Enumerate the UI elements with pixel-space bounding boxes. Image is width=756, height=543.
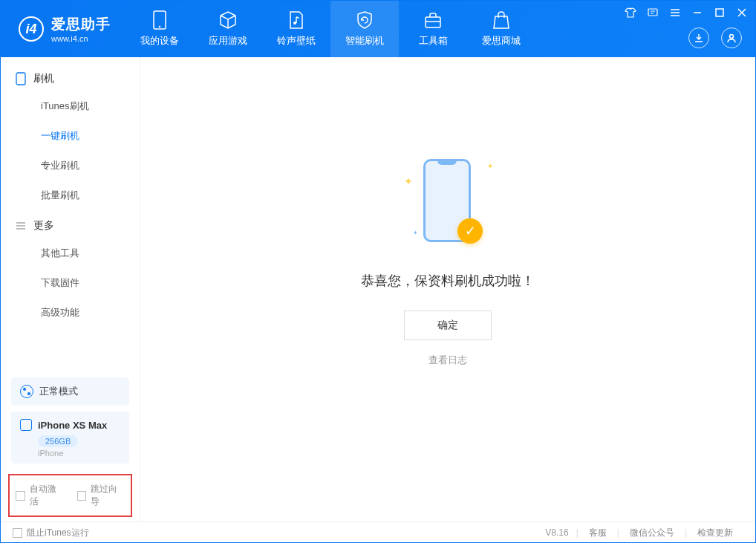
sparkle-icon: ✦	[413, 230, 418, 236]
svg-point-2	[293, 22, 296, 25]
sparkle-icon: ✦	[404, 175, 413, 187]
checkbox-icon	[77, 491, 87, 501]
device-box[interactable]: iPhone XS Max 256GB iPhone	[11, 412, 129, 464]
sidebar: 刷机 iTunes刷机 一键刷机 专业刷机 批量刷机 更多 其他工具 下载固件 …	[1, 57, 140, 521]
svg-rect-16	[16, 73, 25, 85]
checkbox-label: 自动激活	[30, 483, 64, 508]
sidebar-item-download-firmware[interactable]: 下载固件	[1, 268, 140, 298]
close-button[interactable]	[736, 7, 748, 19]
music-file-icon	[287, 10, 306, 30]
checkbox-block-itunes[interactable]: 阻止iTunes运行	[13, 527, 89, 539]
svg-point-1	[159, 26, 160, 27]
success-message: 恭喜您，保资料刷机成功啦！	[361, 272, 535, 290]
footer-link-update[interactable]: 检查更新	[687, 527, 743, 539]
nav-my-device[interactable]: 我的设备	[126, 1, 194, 57]
mode-label: 正常模式	[39, 385, 78, 398]
nav-store[interactable]: 爱思商城	[467, 1, 535, 57]
cube-icon	[218, 10, 238, 30]
svg-point-15	[730, 35, 734, 39]
feedback-icon[interactable]	[647, 7, 659, 19]
checkbox-icon	[13, 528, 22, 538]
tshirt-icon[interactable]	[625, 7, 636, 19]
logo-area: i4 爱思助手 www.i4.cn	[1, 15, 126, 43]
sidebar-item-itunes-flash[interactable]: iTunes刷机	[1, 91, 140, 121]
nav-tabs: 我的设备 应用游戏 铃声壁纸 智能刷机 工具箱 爱思商城	[126, 1, 535, 57]
device-type: iPhone	[38, 449, 120, 458]
sidebar-item-other-tools[interactable]: 其他工具	[1, 238, 140, 268]
sidebar-item-advanced[interactable]: 高级功能	[1, 298, 140, 328]
device-name: iPhone XS Max	[38, 420, 107, 431]
svg-rect-12	[716, 9, 723, 16]
sidebar-item-batch-flash[interactable]: 批量刷机	[1, 181, 140, 210]
nav-smart-flash[interactable]: 智能刷机	[330, 1, 399, 57]
svg-rect-3	[426, 17, 440, 27]
app-name: 爱思助手	[51, 15, 111, 34]
version-label: V8.16	[545, 527, 576, 538]
nav-label: 智能刷机	[345, 34, 384, 48]
device-storage-badge: 256GB	[38, 435, 78, 447]
app-url: www.i4.cn	[51, 34, 111, 43]
checkbox-icon	[16, 491, 25, 501]
download-icon[interactable]	[688, 27, 709, 48]
highlighted-checkbox-area: 自动激活 跳过向导	[8, 474, 132, 517]
user-icon[interactable]	[721, 27, 742, 48]
nav-label: 铃声壁纸	[277, 34, 316, 48]
nav-toolbox[interactable]: 工具箱	[399, 1, 467, 57]
sidebar-item-oneclick-flash[interactable]: 一键刷机	[1, 121, 140, 151]
sidebar-item-pro-flash[interactable]: 专业刷机	[1, 151, 140, 181]
nav-label: 应用游戏	[209, 34, 247, 48]
footer-link-wechat[interactable]: 微信公众号	[619, 527, 685, 539]
main-content: ✦ ✦ ✦ ✓ 恭喜您，保资料刷机成功啦！ 确定 查看日志	[140, 57, 755, 521]
bag-icon	[492, 10, 511, 30]
mode-box[interactable]: 正常模式	[11, 377, 129, 406]
nav-apps-games[interactable]: 应用游戏	[194, 1, 262, 57]
phone-outline-icon	[16, 72, 26, 85]
checkbox-skip-guide[interactable]: 跳过向导	[77, 483, 126, 508]
nav-label: 工具箱	[419, 34, 448, 48]
app-header: i4 爱思助手 www.i4.cn 我的设备 应用游戏 铃声壁纸 智能刷机 工具…	[1, 1, 755, 57]
sparkle-icon: ✦	[487, 162, 493, 170]
section-title: 刷机	[33, 72, 54, 85]
svg-rect-5	[648, 9, 657, 16]
device-phone-icon	[20, 419, 32, 431]
window-controls	[625, 7, 748, 19]
success-illustration: ✦ ✦ ✦ ✓	[392, 153, 504, 257]
checkbox-label: 阻止iTunes运行	[27, 527, 89, 539]
toolbox-icon	[423, 10, 443, 30]
checkbox-label: 跳过向导	[91, 483, 125, 508]
list-icon	[16, 221, 26, 230]
checkbox-auto-activate[interactable]: 自动激活	[16, 483, 64, 508]
check-badge-icon: ✓	[457, 218, 483, 244]
minimize-button[interactable]	[691, 7, 703, 19]
view-log-link[interactable]: 查看日志	[428, 354, 467, 367]
mode-icon	[20, 385, 33, 398]
footer: 阻止iTunes运行 V8.16 | 客服 | 微信公众号 | 检查更新	[1, 521, 755, 543]
ok-button[interactable]: 确定	[404, 310, 492, 340]
shield-refresh-icon	[355, 10, 374, 30]
header-actions	[688, 27, 742, 48]
logo-icon: i4	[19, 16, 44, 42]
phone-icon	[150, 10, 169, 30]
nav-label: 我的设备	[140, 34, 179, 48]
nav-ringtones[interactable]: 铃声壁纸	[262, 1, 330, 57]
menu-icon[interactable]	[669, 7, 681, 19]
footer-link-support[interactable]: 客服	[579, 527, 617, 539]
sidebar-section-more: 更多	[1, 219, 140, 238]
section-title: 更多	[33, 219, 54, 233]
nav-label: 爱思商城	[482, 34, 521, 48]
sidebar-section-flash: 刷机	[1, 72, 140, 91]
maximize-button[interactable]	[714, 7, 726, 19]
